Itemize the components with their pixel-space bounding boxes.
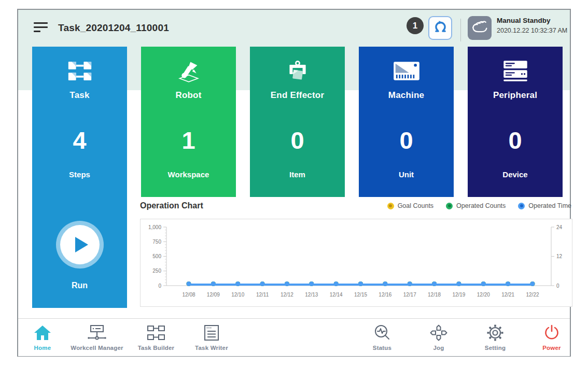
card-end-effector[interactable]: End Effector 0 Item — [250, 47, 345, 197]
operation-chart: 1,00075050025002412012/0812/0912/1012/11… — [140, 219, 572, 307]
svg-text:750: 750 — [152, 239, 161, 245]
power-icon — [518, 323, 585, 343]
svg-text:0: 0 — [556, 283, 559, 289]
card-unit: Workspace — [141, 170, 236, 179]
legend-operated-time: Operated Time — [518, 202, 571, 209]
svg-text:12/17: 12/17 — [403, 292, 416, 298]
svg-text:12/22: 12/22 — [526, 292, 539, 298]
card-count: 0 — [359, 124, 454, 157]
card-machine[interactable]: Machine 0 Unit — [359, 47, 454, 197]
legend-label: Operated Counts — [456, 202, 506, 209]
legend-dot-blue-icon — [518, 203, 525, 209]
task-title: Task_20201204_110001 — [58, 22, 169, 34]
run-button[interactable] — [56, 221, 104, 269]
run-label: Run — [32, 281, 127, 290]
card-count: 4 — [32, 124, 127, 157]
svg-text:12/10: 12/10 — [231, 292, 244, 298]
card-title: Machine — [359, 90, 454, 101]
gripper-box-icon — [250, 55, 345, 87]
svg-text:12/11: 12/11 — [256, 292, 269, 298]
machine-icon — [359, 55, 454, 87]
card-unit: Item — [250, 170, 345, 179]
topbar-divider — [460, 19, 461, 41]
svg-text:12/13: 12/13 — [305, 292, 318, 298]
callout-badge: 1 — [407, 17, 424, 34]
gripper-icon — [433, 20, 447, 36]
nav-power[interactable]: Power — [518, 323, 585, 351]
legend-dot-green-icon — [446, 203, 453, 209]
svg-text:12/18: 12/18 — [428, 292, 441, 298]
task-icon — [32, 55, 127, 87]
hand-icon — [471, 20, 488, 36]
legend-label: Operated Time — [528, 202, 571, 209]
card-title: Task — [32, 90, 127, 101]
workcell-manager-icon — [63, 323, 131, 343]
nav-workcell-manager[interactable]: Workcell Manager — [63, 323, 131, 351]
card-peripheral[interactable]: Peripheral 0 Device — [468, 47, 563, 197]
bottom-nav: Home Workcell Manager — [18, 318, 570, 356]
play-icon — [60, 225, 100, 264]
robot-status: Manual Standby 2020.12.22 10:32:37 AM — [497, 17, 567, 34]
svg-text:12/16: 12/16 — [379, 292, 391, 298]
top-bar: Task_20201204_110001 1 — [18, 10, 570, 47]
svg-text:250: 250 — [152, 268, 161, 274]
task-writer-icon — [178, 323, 245, 343]
card-title: Robot — [141, 90, 236, 101]
menu-icon[interactable] — [34, 22, 48, 34]
app-window: Task_20201204_110001 1 — [17, 9, 571, 357]
card-count: 0 — [250, 124, 345, 157]
chart-legend: Goal Counts Operated Counts Operated Tim… — [387, 202, 571, 209]
chart-header: Operation Chart Goal Counts Operated Cou… — [140, 200, 571, 212]
svg-text:12/19: 12/19 — [452, 292, 465, 298]
svg-text:1,000: 1,000 — [148, 224, 161, 230]
card-title: Peripheral — [468, 90, 563, 101]
card-count: 1 — [141, 124, 236, 157]
svg-text:12/08: 12/08 — [182, 292, 195, 298]
card-robot[interactable]: Robot 1 Workspace — [141, 47, 236, 197]
svg-text:0: 0 — [158, 283, 161, 289]
svg-text:12/21: 12/21 — [501, 292, 514, 298]
chart-title: Operation Chart — [140, 201, 203, 210]
manual-mode-button[interactable] — [468, 16, 492, 40]
svg-text:12/14: 12/14 — [330, 292, 343, 298]
svg-text:12/20: 12/20 — [477, 292, 490, 298]
svg-text:12/09: 12/09 — [207, 292, 220, 298]
status-datetime: 2020.12.22 10:32:37 AM — [497, 27, 567, 34]
svg-text:12/15: 12/15 — [354, 292, 367, 298]
card-unit: Unit — [359, 170, 454, 179]
robot-mode-label: Manual Standby — [497, 17, 567, 24]
svg-text:12: 12 — [556, 253, 563, 259]
svg-text:24: 24 — [556, 224, 563, 230]
nav-task-writer[interactable]: Task Writer — [178, 323, 245, 351]
card-count: 0 — [468, 124, 563, 157]
svg-text:12/12: 12/12 — [281, 292, 293, 298]
legend-operated-counts: Operated Counts — [446, 202, 506, 209]
card-unit: Device — [468, 170, 563, 179]
legend-dot-yellow-icon — [387, 203, 394, 209]
card-task[interactable]: Task 4 Steps Run — [32, 47, 127, 308]
gripper-tool-button[interactable] — [428, 16, 452, 40]
peripheral-icon — [468, 55, 563, 87]
legend-label: Goal Counts — [398, 202, 433, 209]
card-unit: Steps — [32, 170, 127, 179]
legend-goal-counts: Goal Counts — [387, 202, 433, 209]
robot-arm-icon — [141, 55, 236, 87]
card-title: End Effector — [250, 90, 345, 101]
svg-text:500: 500 — [152, 253, 161, 259]
